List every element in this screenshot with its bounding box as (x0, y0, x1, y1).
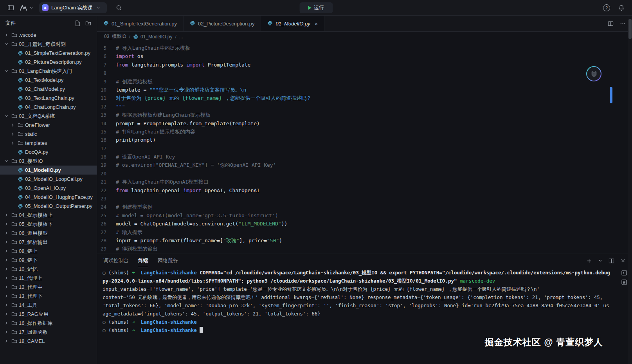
tree-folder[interactable]: 10_记忆 (0, 265, 97, 274)
code-line[interactable]: 14prompt = PromptTemplate.from_template(… (97, 119, 632, 128)
code-line[interactable]: 16print(prompt) (97, 136, 632, 144)
tree-folder[interactable]: .vscode (0, 31, 97, 40)
more-actions-icon[interactable] (620, 21, 626, 27)
terminal-output[interactable]: ○ (shims) ➜ LangChain-shizhanke COMMAND=… (97, 267, 616, 364)
code-line[interactable]: 17 (97, 144, 632, 153)
code-line[interactable]: 21# 导入LangChain中的OpenAI模型接口 (97, 178, 632, 186)
code-line[interactable]: 8 (97, 69, 632, 77)
tree-file[interactable]: 05_ModelIO_OutputParser.py (0, 202, 97, 211)
folder-icon (11, 221, 17, 227)
breadcrumb-item[interactable]: 01_ModelIO.py (133, 34, 172, 40)
new-folder-icon[interactable] (85, 20, 91, 26)
split-terminal-icon[interactable] (609, 258, 614, 264)
code-line[interactable]: 23 (97, 195, 632, 203)
tree-folder[interactable]: 09_链下 (0, 256, 97, 265)
tree-folder[interactable]: 08_链上 (0, 247, 97, 256)
tree-folder[interactable]: 17_回调函数 (0, 328, 97, 337)
search-icon[interactable] (114, 3, 124, 13)
code-line[interactable]: 28input = prompt.format(flower_name=["玫瑰… (97, 236, 632, 245)
new-file-icon[interactable] (75, 20, 81, 26)
line-number: 27 (97, 228, 116, 236)
close-tab-icon[interactable]: × (315, 20, 318, 27)
tree-file[interactable]: 02_ModelIO_LoopCall.py (0, 175, 97, 184)
tree-folder[interactable]: 16_操作数据库 (0, 319, 97, 328)
code-line[interactable]: 25# model = OpenAI(model_name='gpt-3.5-t… (97, 211, 632, 220)
tree-file[interactable]: DocQA.py (0, 148, 97, 157)
tree-folder[interactable]: 11_代理上 (0, 274, 97, 283)
ai-assistant-button[interactable] (586, 66, 601, 81)
panel-tab[interactable]: 调试控制台 (103, 254, 129, 267)
tree-file[interactable]: 01_SimpleTextGeneration.py (0, 49, 97, 58)
tree-file[interactable]: 03_OpenAI_IO.py (0, 184, 97, 193)
tree-folder[interactable]: 04_提示模板上 (0, 211, 97, 220)
project-switcher[interactable]: ◆ LangChain 实战课 (39, 2, 107, 13)
tree-folder[interactable]: 01_LangChain快速入门 (0, 67, 97, 76)
code-line[interactable]: 18# 设置OpenAI API Key (97, 153, 632, 161)
chevron-right-icon (3, 330, 9, 335)
tree-folder[interactable]: 12_代理中 (0, 283, 97, 292)
tree-folder[interactable]: 07_解析输出 (0, 238, 97, 247)
breadcrumb-item[interactable]: ... (179, 34, 183, 40)
breadcrumb-item[interactable]: 03_模型IO (104, 33, 126, 40)
new-terminal-icon[interactable] (586, 258, 592, 264)
code-line[interactable]: 15# 打印LangChain提示模板的内容 (97, 128, 632, 136)
code-line[interactable]: 19# os.environ["OPENAI_API_KEY"] = '你的Op… (97, 161, 632, 169)
tree-folder[interactable]: 03_模型IO (0, 157, 97, 166)
run-button[interactable]: 运行 (299, 2, 333, 13)
tree-file[interactable]: 04_ChatLongChain.py (0, 103, 97, 112)
tree-file[interactable]: 03_TextLangChain.py (0, 94, 97, 103)
toggle-sidebar-icon[interactable] (5, 3, 16, 13)
tree-folder[interactable]: OneFlower (0, 121, 97, 130)
code-line[interactable]: 9# 创建原始模板 (97, 77, 632, 86)
editor-tab[interactable]: 01_SimpleTextGeneration.py (97, 16, 184, 31)
code-line[interactable]: 6import os (97, 52, 632, 60)
tree-folder[interactable]: 13_代理下 (0, 292, 97, 301)
code-line[interactable]: 20 (97, 169, 632, 178)
code-line[interactable]: 24# 创建模型实例 (97, 203, 632, 211)
terminal-dropdown-icon[interactable] (598, 258, 603, 263)
chevron-down-icon[interactable] (29, 5, 34, 10)
tree-folder[interactable]: static (0, 130, 97, 139)
tree-folder[interactable]: 05_提示模板下 (0, 220, 97, 229)
tree-file[interactable]: 02_PictureDescription.py (0, 58, 97, 67)
code-line[interactable]: 26model = ChatOpenAI(model=os.environ.ge… (97, 220, 632, 228)
code-editor[interactable]: 5# 导入LangChain中的提示模板6import os7from lang… (97, 41, 632, 254)
tree-file[interactable]: 02_ChatModel.py (0, 85, 97, 94)
tree-file[interactable]: 01_ModelIO.py (0, 166, 97, 175)
code-line[interactable]: 12""" (97, 103, 632, 111)
tree-folder[interactable]: 06_调用模型 (0, 229, 97, 238)
panel-tab[interactable]: 网络服务 (158, 254, 178, 267)
tree-folder[interactable]: templates (0, 139, 97, 148)
editor-scrollbar-thumb[interactable] (610, 87, 612, 103)
split-editor-icon[interactable] (608, 21, 614, 27)
help-icon[interactable]: ? (603, 4, 610, 11)
ide-window: ◆ LangChain 实战课 运行 ? 文件 (0, 0, 632, 364)
tree-folder[interactable]: 02_文档QA系统 (0, 112, 97, 121)
code-line[interactable]: 27# 输入提示 (97, 228, 632, 236)
panel-tab[interactable]: 终端 (138, 254, 148, 267)
code-line[interactable]: 5# 导入LangChain中的提示模板 (97, 44, 632, 52)
code-line[interactable]: 10template = """您是一位专业的鲜花店文案撰写员。\n (97, 86, 632, 94)
tree-file[interactable]: 04_ModelIO_HuggingFace.py (0, 193, 97, 202)
tree-folder[interactable]: 18_CAMEL (0, 337, 97, 346)
tree-folder[interactable]: 15_RAG应用 (0, 310, 97, 319)
editor-tab[interactable]: 02_PictureDescription.py (184, 16, 261, 31)
terminal-list-icon[interactable] (621, 279, 627, 285)
ide-logo-icon[interactable] (20, 5, 28, 11)
chevron-right-icon (3, 222, 9, 227)
window-scrollbar[interactable] (628, 16, 632, 364)
code-line[interactable]: 29# 得到模型的输出 (97, 245, 632, 253)
tree-folder[interactable]: 00_开篇词_奇点时刻 (0, 40, 97, 49)
code-line[interactable]: 13# 根据原始模板创建LangChain提示模板 (97, 111, 632, 119)
close-panel-icon[interactable] (620, 258, 626, 263)
open-in-editor-icon[interactable] (621, 270, 627, 276)
code-line[interactable]: 7from langchain.prompts import PromptTem… (97, 61, 632, 69)
bell-icon[interactable] (616, 3, 627, 13)
editor-tab[interactable]: 01_ModelIO.py× (261, 16, 324, 31)
code-line[interactable]: 11对于售价为 {price} 元的 {flower_name} ，您能提供一个… (97, 94, 632, 102)
tree-file[interactable]: 01_TextModel.py (0, 76, 97, 85)
code-line[interactable]: 22from langchain_openai import OpenAI, C… (97, 186, 632, 195)
folder-icon (11, 230, 17, 236)
window-scrollbar-thumb[interactable] (628, 19, 632, 39)
tree-folder[interactable]: 14_工具 (0, 301, 97, 310)
